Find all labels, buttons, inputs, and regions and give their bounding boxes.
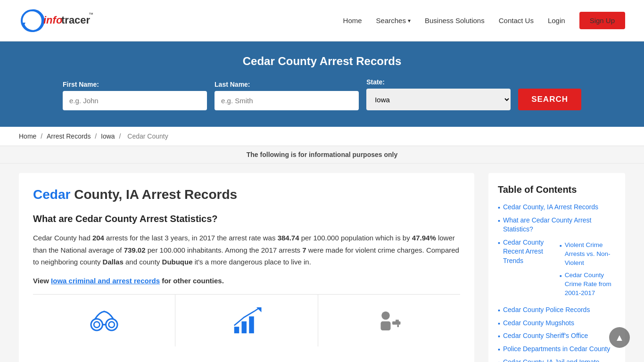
toc-item-4: Cedar County Police Records: [498, 305, 616, 315]
toc-link-3[interactable]: Cedar County Recent Arrest Trends: [503, 238, 550, 266]
toc-item-2: What are Cedar County Arrest Statistics?: [498, 216, 616, 234]
toc-item-1: Cedar County, IA Arrest Records: [498, 203, 616, 212]
breadcrumb-iowa[interactable]: Iowa: [101, 132, 115, 140]
toc-link-4[interactable]: Cedar County Police Records: [503, 305, 590, 315]
firstname-input[interactable]: [63, 91, 207, 110]
toc-sub-item-3-2: Cedar County Crime Rate from 2001-2017: [560, 271, 616, 298]
view-link-paragraph: View Iowa criminal and arrest records fo…: [33, 277, 460, 285]
toc-item-5: Cedar County Mugshots: [498, 319, 616, 328]
page-heading-rest: County, IA Arrest Records: [70, 187, 237, 202]
toc-item-7: Police Departments in Cedar County: [498, 345, 616, 354]
toc-sub-link-3-1[interactable]: Violent Crime Arrests vs. Non-Violent: [565, 241, 616, 268]
main-nav: Home Searches ▾ Business Solutions Conta…: [343, 12, 625, 29]
svg-rect-18: [397, 324, 399, 327]
view-link-prefix: View: [33, 277, 51, 285]
content-area: Cedar County, IA Arrest Records What are…: [19, 173, 474, 362]
toc-list: Cedar County, IA Arrest Records What are…: [498, 203, 616, 362]
svg-rect-17: [396, 320, 399, 322]
iowa-records-link[interactable]: Iowa criminal and arrest records: [51, 277, 160, 285]
svg-rect-12: [249, 316, 254, 333]
breadcrumb-sep3: /: [119, 132, 123, 140]
svg-point-5: [91, 319, 103, 330]
lastname-group: Last Name:: [215, 81, 359, 110]
chevron-down-icon: ▾: [408, 17, 411, 24]
toc-sub-link-3-2[interactable]: Cedar County Crime Rate from 2001-2017: [565, 271, 616, 298]
toc-link-7[interactable]: Police Departments in Cedar County: [503, 345, 610, 354]
breadcrumb-sep2: /: [95, 132, 99, 140]
firstname-label: First Name:: [63, 81, 207, 88]
state-select[interactable]: Iowa Alabama Alaska Arizona Arkansas Cal…: [366, 89, 511, 110]
toc-sub-item-3-1: Violent Crime Arrests vs. Non-Violent: [560, 241, 616, 268]
svg-point-14: [382, 311, 390, 320]
info-note: The following is for informational purpo…: [0, 146, 644, 164]
svg-point-7: [106, 319, 117, 330]
state-group: State: Iowa Alabama Alaska Arizona Arkan…: [366, 78, 511, 110]
breadcrumb: Home / Arrest Records / Iowa / Cedar Cou…: [0, 127, 644, 146]
toc-link-6[interactable]: Cedar County Sheriff's Office: [503, 331, 588, 341]
toc-item-3: Cedar County Recent Arrest Trends Violen…: [498, 238, 616, 302]
toc-link-1[interactable]: Cedar County, IA Arrest Records: [503, 203, 598, 212]
site-header: info tracer ™ Home Searches ▾ Business S…: [0, 0, 644, 41]
nav-business-solutions[interactable]: Business Solutions: [425, 16, 485, 25]
icon-handcuffs: [33, 295, 175, 346]
section1-heading: What are Cedar County Arrest Statistics?: [33, 214, 460, 224]
breadcrumb-home[interactable]: Home: [19, 132, 36, 140]
svg-rect-15: [381, 321, 391, 330]
state-label: State:: [366, 78, 511, 86]
search-button[interactable]: SEARCH: [518, 89, 581, 110]
icons-row: [33, 294, 460, 346]
toc-link-5[interactable]: Cedar County Mugshots: [503, 319, 574, 328]
svg-rect-11: [241, 321, 247, 333]
toc-link-2[interactable]: What are Cedar County Arrest Statistics?: [503, 216, 616, 234]
nav-searches[interactable]: Searches ▾: [376, 16, 411, 25]
hero-section: Cedar County Arrest Records First Name: …: [0, 41, 644, 127]
icon-gun-badge: [318, 295, 460, 346]
svg-rect-10: [234, 327, 239, 333]
search-form: First Name: Last Name: State: Iowa Alaba…: [63, 78, 581, 110]
hero-title: Cedar County Arrest Records: [19, 55, 625, 68]
logo[interactable]: info tracer ™: [19, 7, 94, 35]
main-layout: Cedar County, IA Arrest Records What are…: [0, 164, 644, 362]
toc-link-8[interactable]: Cedar County, IA Jail and Inmate Records: [503, 358, 616, 362]
breadcrumb-sep1: /: [41, 132, 44, 140]
view-link-suffix: for other counties.: [160, 277, 224, 285]
nav-contact-us[interactable]: Contact Us: [499, 16, 534, 25]
svg-point-6: [94, 321, 99, 327]
lastname-label: Last Name:: [215, 81, 359, 88]
svg-point-8: [108, 321, 114, 327]
svg-text:™: ™: [89, 12, 93, 17]
svg-text:tracer: tracer: [61, 14, 91, 26]
nav-login[interactable]: Login: [548, 16, 565, 25]
toc-item-8: Cedar County, IA Jail and Inmate Records: [498, 358, 616, 362]
stats-paragraph: Cedar County had 204 arrests for the las…: [33, 232, 460, 268]
icon-chart: [175, 295, 318, 346]
toc-sub-list-3: Violent Crime Arrests vs. Non-Violent Ce…: [553, 241, 616, 302]
nav-home[interactable]: Home: [343, 16, 362, 25]
breadcrumb-arrest-records[interactable]: Arrest Records: [47, 132, 91, 140]
scroll-to-top-button[interactable]: ▲: [609, 327, 630, 348]
firstname-group: First Name:: [63, 81, 207, 110]
page-heading-highlight: Cedar: [33, 187, 70, 202]
sidebar: Table of Contents Cedar County, IA Arres…: [488, 173, 625, 362]
nav-signup[interactable]: Sign Up: [579, 12, 625, 29]
svg-text:info: info: [43, 14, 62, 26]
breadcrumb-cedar-county: Cedar County: [127, 132, 168, 140]
toc-item-6: Cedar County Sheriff's Office: [498, 331, 616, 341]
page-heading: Cedar County, IA Arrest Records: [33, 187, 460, 202]
toc-title: Table of Contents: [498, 184, 616, 195]
lastname-input[interactable]: [215, 91, 359, 110]
